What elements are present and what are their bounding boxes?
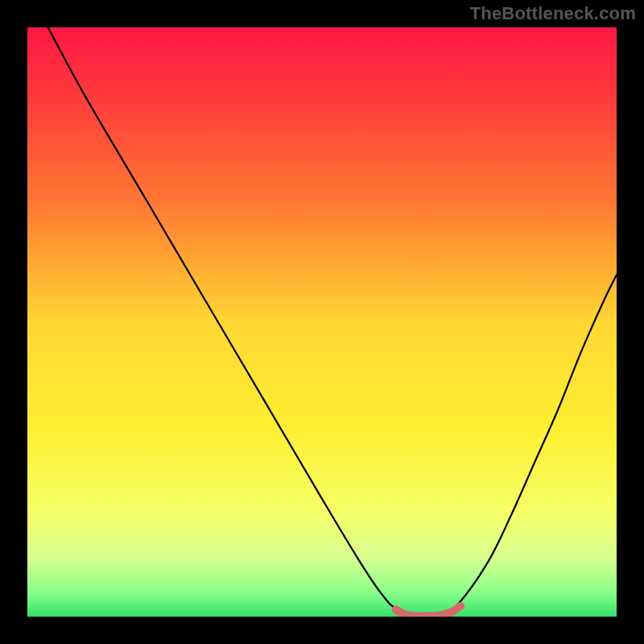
gradient-background bbox=[27, 27, 617, 617]
watermark-text: TheBottleneck.com bbox=[470, 3, 636, 24]
chart-frame: TheBottleneck.com bbox=[0, 0, 644, 644]
plot-area bbox=[27, 27, 617, 617]
chart-svg bbox=[27, 27, 617, 617]
